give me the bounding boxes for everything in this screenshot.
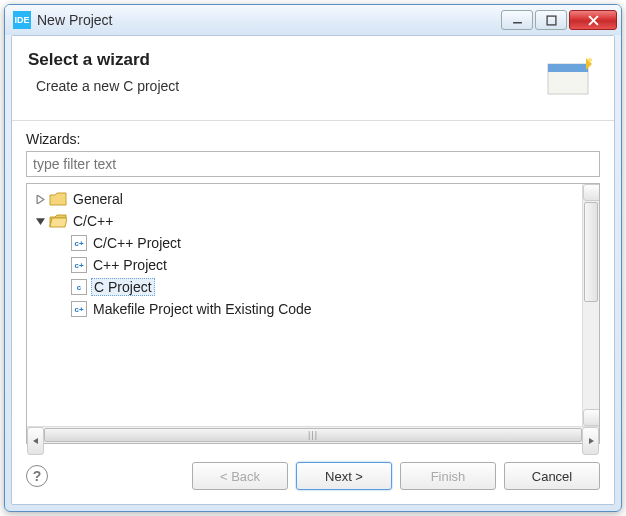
scroll-thumb-h[interactable]: ||| — [44, 428, 582, 442]
app-icon: IDE — [13, 11, 31, 29]
c-project-icon: c — [71, 279, 87, 295]
minimize-button[interactable] — [501, 10, 533, 30]
svg-marker-9 — [36, 218, 45, 225]
svg-marker-12 — [33, 438, 38, 444]
wizard-tree: General C/C++ — [27, 184, 599, 324]
makefile-project-icon: c+ — [71, 301, 87, 317]
back-button[interactable]: < Back — [192, 462, 288, 490]
expander-placeholder — [55, 280, 69, 294]
page-subtitle: Create a new C project — [28, 78, 542, 94]
wizards-label: Wizards: — [26, 131, 600, 147]
button-bar: ? < Back Next > Finish Cancel — [12, 448, 614, 504]
filter-input[interactable] — [26, 151, 600, 177]
tree-item-makefile-project[interactable]: c+ Makefile Project with Existing Code — [27, 298, 599, 320]
folder-open-icon — [49, 214, 67, 228]
dialog-window: IDE New Project Select a wizard Create a… — [4, 4, 622, 512]
expand-expanded-icon[interactable] — [33, 214, 47, 228]
tree-scroll: General C/C++ — [27, 184, 599, 426]
svg-rect-5 — [548, 64, 588, 72]
expander-placeholder — [55, 258, 69, 272]
tree-item-label: Makefile Project with Existing Code — [91, 301, 314, 317]
page-title: Select a wizard — [28, 50, 542, 70]
expand-collapsed-icon[interactable] — [33, 192, 47, 206]
tree-item-label: General — [71, 191, 125, 207]
window-controls — [501, 10, 617, 30]
tree-item-label: C/C++ — [71, 213, 115, 229]
next-button[interactable]: Next > — [296, 462, 392, 490]
folder-icon — [49, 192, 67, 206]
tree-item-label: C Project — [91, 278, 155, 296]
tree-item-label: C++ Project — [91, 257, 169, 273]
scroll-up-button[interactable] — [583, 184, 599, 201]
svg-marker-13 — [589, 438, 594, 444]
tree-item-ccpp-project[interactable]: c+ C/C++ Project — [27, 232, 599, 254]
help-button[interactable]: ? — [26, 465, 48, 487]
tree-item-general[interactable]: General — [27, 188, 599, 210]
vertical-scrollbar[interactable] — [582, 184, 599, 426]
cpp-project-icon: c+ — [71, 257, 87, 273]
scroll-thumb[interactable] — [584, 202, 598, 302]
tree-item-c-project[interactable]: c C Project — [27, 276, 599, 298]
maximize-button[interactable] — [535, 10, 567, 30]
svg-rect-1 — [547, 16, 556, 25]
cancel-button[interactable]: Cancel — [504, 462, 600, 490]
svg-point-7 — [588, 58, 592, 62]
tree-item-ccpp[interactable]: C/C++ — [27, 210, 599, 232]
c-project-icon: c+ — [71, 235, 87, 251]
client-area: Select a wizard Create a new C project W… — [11, 35, 615, 505]
titlebar[interactable]: IDE New Project — [5, 5, 621, 35]
header-panel: Select a wizard Create a new C project — [12, 36, 614, 121]
window-title: New Project — [37, 12, 501, 28]
horizontal-scrollbar[interactable]: ||| — [27, 426, 599, 443]
scroll-down-button[interactable] — [583, 409, 599, 426]
wizard-tree-container: General C/C++ — [26, 183, 600, 444]
tree-item-cpp-project[interactable]: c+ C++ Project — [27, 254, 599, 276]
wizard-banner-icon — [542, 50, 598, 106]
svg-marker-8 — [37, 195, 44, 204]
content-area: Wizards: General — [12, 121, 614, 448]
expander-placeholder — [55, 302, 69, 316]
expander-placeholder — [55, 236, 69, 250]
tree-item-label: C/C++ Project — [91, 235, 183, 251]
close-button[interactable] — [569, 10, 617, 30]
finish-button[interactable]: Finish — [400, 462, 496, 490]
